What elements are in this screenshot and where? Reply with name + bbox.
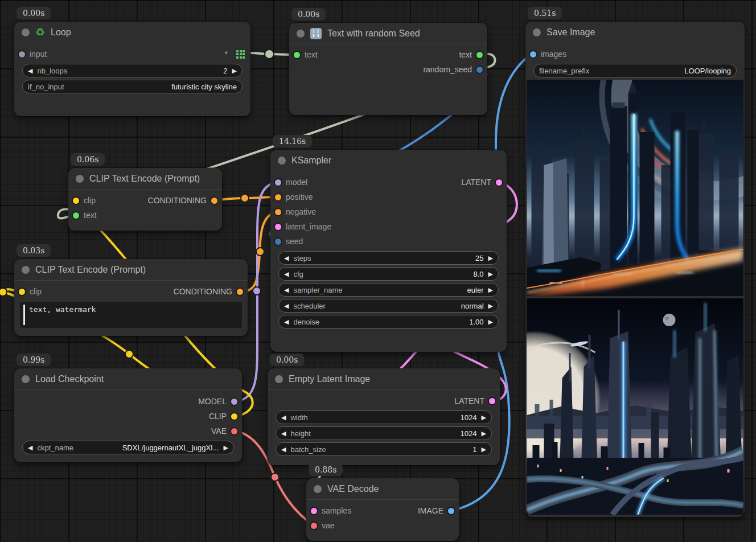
increment-arrow-icon[interactable]: ▶: [488, 255, 493, 261]
node-header[interactable]: VAE Decode: [306, 478, 459, 500]
input-slot-positive[interactable]: positive: [275, 192, 313, 202]
widget-sampler-name[interactable]: ◀ sampler_name euler ▶: [278, 283, 499, 297]
widget-width[interactable]: ◀ width 1024 ▶: [276, 410, 492, 424]
slot-dot[interactable]: [476, 52, 483, 58]
slot-dot[interactable]: [275, 209, 281, 215]
decrement-arrow-icon[interactable]: ◀: [284, 271, 289, 277]
decrement-arrow-icon[interactable]: ◀: [284, 255, 289, 261]
widget-cfg[interactable]: ◀ cfg 8.0 ▶: [278, 267, 499, 281]
slot-dot[interactable]: [311, 508, 317, 514]
node-header[interactable]: KSampler: [270, 150, 507, 171]
reroute-dot[interactable]: [0, 288, 7, 296]
widget-batch-size[interactable]: ◀ batch_size 1 ▶: [276, 442, 492, 456]
node-header[interactable]: Empty Latent Image: [268, 368, 500, 390]
slot-dot[interactable]: [231, 428, 237, 434]
widget-height[interactable]: ◀ height 1024 ▶: [276, 426, 492, 440]
input-slot-clip[interactable]: clip: [73, 196, 96, 205]
collapse-dot[interactable]: [22, 375, 30, 383]
reroute-dot[interactable]: [265, 50, 274, 59]
slot-dot[interactable]: [19, 289, 25, 295]
node-header[interactable]: CLIP Text Encode (Prompt): [68, 168, 222, 190]
output-slot-conditioning[interactable]: CONDITIONING: [174, 287, 243, 296]
reroute-dot[interactable]: [125, 350, 133, 358]
decrement-arrow-icon[interactable]: ◀: [284, 287, 289, 293]
slot-dot[interactable]: [73, 212, 79, 219]
slot-dot[interactable]: [448, 508, 454, 514]
widget-ckpt-name[interactable]: ◀ ckpt_name SDXL/juggernautXL_juggXI... …: [22, 441, 234, 454]
input-slot-samples[interactable]: samples: [311, 506, 351, 515]
output-slot-vae[interactable]: VAE: [211, 426, 237, 436]
increment-arrow-icon[interactable]: ▶: [232, 68, 237, 74]
slot-dot[interactable]: [73, 198, 79, 204]
slot-dot[interactable]: [496, 179, 502, 186]
widget-steps[interactable]: ◀ steps 25 ▶: [278, 251, 499, 265]
decrement-arrow-icon[interactable]: ◀: [28, 68, 32, 74]
input-slot-model[interactable]: model: [275, 178, 307, 187]
slot-dot[interactable]: [311, 523, 317, 529]
collapse-dot[interactable]: [22, 28, 30, 36]
preview-image-1[interactable]: [527, 80, 743, 296]
increment-arrow-icon[interactable]: ▶: [482, 446, 486, 453]
increment-arrow-icon[interactable]: ▶: [488, 271, 493, 277]
node-clip-text-encode-negative[interactable]: 0.03s CLIP Text Encode (Prompt) clip CON…: [14, 259, 248, 336]
widget-scheduler[interactable]: ◀ scheduler normal ▶: [278, 299, 499, 313]
decrement-arrow-icon[interactable]: ◀: [284, 303, 289, 309]
decrement-arrow-icon[interactable]: ◀: [284, 319, 289, 325]
input-slot-vae[interactable]: vae: [311, 521, 335, 530]
widget-denoise[interactable]: ◀ denoise 1.00 ▶: [278, 315, 499, 329]
node-header[interactable]: 1 2 3 4 Text with random Seed: [289, 23, 487, 44]
slot-dot[interactable]: [530, 51, 536, 58]
collapse-dot[interactable]: [76, 175, 84, 183]
decrement-arrow-icon[interactable]: ◀: [281, 430, 286, 437]
widget-if-no-input[interactable]: if_no_input futuristic city skyline: [22, 80, 243, 93]
node-header[interactable]: Save Image: [525, 22, 745, 43]
node-header[interactable]: ♻ Loop: [14, 22, 250, 43]
decrement-arrow-icon[interactable]: ◀: [281, 414, 286, 421]
node-vae-decode[interactable]: 0.88s VAE Decode samples IMAGE vae: [306, 478, 459, 541]
node-clip-text-encode-positive[interactable]: 0.06s CLIP Text Encode (Prompt) clip CON…: [68, 168, 222, 231]
output-slot-latent[interactable]: LATENT: [454, 396, 495, 405]
increment-arrow-icon[interactable]: ▶: [482, 430, 486, 437]
increment-arrow-icon[interactable]: ▶: [488, 319, 493, 325]
collapse-dot[interactable]: [533, 28, 541, 36]
increment-arrow-icon[interactable]: ▶: [488, 303, 493, 309]
input-slot-negative[interactable]: negative: [275, 207, 316, 216]
output-slot-text[interactable]: text: [459, 50, 483, 59]
collapse-dot[interactable]: [297, 30, 305, 38]
input-slot-text[interactable]: text: [73, 211, 97, 220]
increment-arrow-icon[interactable]: ▶: [488, 287, 493, 293]
reroute-dot[interactable]: [241, 194, 249, 202]
output-slot-image[interactable]: IMAGE: [418, 506, 454, 515]
slot-dot[interactable]: [237, 289, 243, 295]
prompt-textarea[interactable]: text, watermark: [20, 302, 242, 328]
input-slot-input[interactable]: input: [19, 50, 47, 59]
input-slot-images[interactable]: images: [530, 50, 566, 59]
output-slot-conditioning[interactable]: CONDITIONING: [148, 196, 217, 205]
input-slot-text[interactable]: text: [294, 50, 318, 59]
node-header[interactable]: CLIP Text Encode (Prompt): [14, 259, 248, 281]
slot-dot[interactable]: [476, 67, 483, 73]
increment-arrow-icon[interactable]: ▶: [482, 414, 486, 421]
grid-output-icon[interactable]: [236, 50, 245, 59]
next-arrow-icon[interactable]: ▶: [224, 445, 228, 451]
slot-dot[interactable]: [211, 198, 217, 204]
collapse-dot[interactable]: [278, 157, 286, 165]
input-slot-seed[interactable]: seed: [275, 237, 303, 246]
widget-filename-prefix[interactable]: filename_prefix LOOP/looping: [533, 64, 737, 77]
reroute-dot[interactable]: [256, 248, 264, 256]
widget-nb-loops[interactable]: ◀ nb_loops 2 ▶: [22, 64, 243, 77]
slot-dot[interactable]: [275, 224, 281, 230]
slot-dot[interactable]: [275, 239, 281, 245]
slot-dot[interactable]: [231, 413, 237, 420]
decrement-arrow-icon[interactable]: ◀: [281, 446, 286, 453]
slot-dot[interactable]: [275, 194, 281, 200]
output-slot-random-seed[interactable]: random_seed: [423, 65, 483, 74]
output-slot-clip[interactable]: CLIP: [209, 412, 237, 421]
input-slot-clip[interactable]: clip: [19, 287, 42, 296]
slot-dot[interactable]: [294, 52, 300, 58]
node-load-checkpoint[interactable]: 0.99s Load Checkpoint MODEL CLIP VAE ◀ c…: [14, 368, 242, 462]
slot-dot[interactable]: [275, 179, 281, 186]
output-slot-latent[interactable]: LATENT: [461, 178, 502, 187]
node-text-with-random-seed[interactable]: 0.00s 1 2 3 4 Text with random Seed text…: [289, 23, 487, 115]
node-graph-canvas[interactable]: 0.00s ♻ Loop input * ◀ nb_loops 2 ▶: [0, 0, 756, 542]
